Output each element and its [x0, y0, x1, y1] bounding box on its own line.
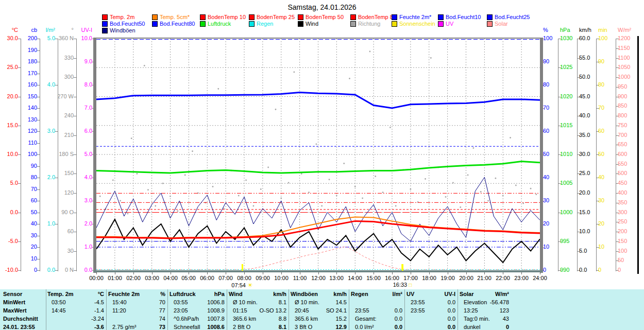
axis-tick-label: -5.0: [0, 238, 18, 244]
table-cell-value: 123: [460, 307, 509, 314]
table-cell-value: -3.6: [47, 324, 104, 330]
weather-day-chart-window: Samstag, 24.01.2026 Temp. 2mTemp. 5cm*Bo…: [0, 0, 644, 330]
axis-tick-label: 20: [543, 221, 567, 227]
axis-tick-label: 70: [543, 105, 567, 111]
legend-swatch-icon: [487, 21, 493, 27]
richtung-point: [395, 205, 397, 207]
richtung-point: [162, 183, 164, 184]
axis-tick-label: 110: [13, 140, 37, 146]
page-title: Samstag, 24.01.2026: [0, 3, 644, 11]
legend-item-windb-en: Windböen: [102, 27, 152, 34]
axis-tick-label: 10: [13, 256, 37, 262]
richtung-point: [99, 196, 101, 197]
table-cell-value: 0.0: [351, 307, 402, 314]
time-axis-tick: [263, 272, 263, 274]
richtung-point: [112, 180, 114, 181]
sunrise-time: 07:54: [231, 282, 246, 288]
table-cell-value: 12.9: [291, 324, 347, 330]
axis-tick-label: 20: [13, 244, 37, 250]
table-header-unit-regen: l/m²: [351, 291, 402, 298]
table-header-unit-solar: W/m²: [460, 291, 509, 298]
axis-tick-label: 6.0: [69, 128, 92, 134]
legend-swatch-icon: [102, 21, 108, 27]
legend-item-bodentemp-80: BodenTemp 80: [350, 14, 392, 21]
time-label: 24:00: [529, 275, 551, 281]
axis-tick-label: 5.0: [0, 180, 18, 186]
axis-tick: [74, 251, 77, 252]
axis-tick: [37, 247, 40, 248]
axis-tick-label: 3.0: [69, 198, 92, 203]
axis-tick-label: 150: [13, 94, 37, 99]
axis-tick: [55, 85, 58, 85]
time-axis-tick: [300, 272, 300, 274]
legend-label: Temp. 5cm*: [160, 14, 190, 20]
table-header-unit-temp-2m: °C: [47, 291, 104, 298]
table-cell-value: 0.0: [406, 324, 455, 330]
legend-label: Richtung: [358, 21, 380, 27]
axis-tick-label: 60: [13, 198, 37, 203]
time-axis-tick: [226, 272, 226, 274]
legend-swatch-icon: [102, 28, 108, 33]
richtung-point: [430, 57, 432, 59]
richtung-point: [212, 186, 214, 187]
table-cell-value: 8.1: [229, 299, 286, 306]
axis-tick-label: 20.0: [579, 190, 603, 196]
legend-item-feuchte-2m-: Feuchte 2m*: [392, 14, 438, 21]
richtung-point: [260, 188, 262, 190]
legend-item-solar: Solar: [487, 21, 508, 27]
table-cell-value: 1008.6: [170, 324, 225, 330]
richtung-point: [267, 167, 269, 168]
axis-tick-label: 90: [13, 163, 37, 169]
table-cell-value: 0.0: [351, 324, 402, 330]
legend-item-bodentemp-10: BodenTemp 10: [200, 14, 249, 21]
axis-line-min: [596, 39, 597, 271]
axis-tick: [74, 213, 77, 213]
richtung-point: [530, 188, 532, 189]
legend-item-uv: UV: [438, 21, 487, 27]
axis-tick-label: 190: [13, 47, 37, 53]
richtung-point: [329, 179, 330, 180]
legend-swatch-icon: [152, 21, 158, 27]
richtung-point: [522, 203, 524, 204]
legend-label: Sonnenschein: [399, 21, 435, 27]
axis-tick-label: 5.0: [69, 151, 92, 157]
richtung-point: [316, 144, 317, 145]
table-row-label: MinWert: [3, 299, 25, 306]
richtung-point: [144, 65, 145, 66]
legend-item-bod-feucht50: Bod.Feucht50: [102, 21, 152, 27]
legend-label: Bod.Feucht80: [160, 21, 195, 27]
legend-label: BodenTemp 10: [208, 14, 246, 20]
richtung-point: [192, 150, 193, 152]
axis-tick-label: 60: [543, 128, 567, 134]
table-header-unit-luftdruck: hPa: [170, 291, 225, 298]
time-axis-tick: [115, 272, 115, 274]
time-axis-tick: [466, 272, 467, 274]
legend-label: Bod.Feucht50: [110, 21, 145, 27]
axis-tick: [18, 183, 21, 184]
table-cell-value: -56.478: [460, 299, 509, 306]
series-wind: [96, 219, 540, 263]
richtung-point: [321, 205, 323, 207]
axis-tick: [37, 74, 40, 74]
axis-tick-label: 4.0: [69, 175, 92, 180]
legend-item-bod-feucht25: Bod.Feucht25: [487, 14, 530, 21]
axis-tick-label: 300: [50, 74, 74, 80]
axis-tick: [55, 131, 58, 132]
richtung-point: [510, 137, 511, 138]
legend-item-temp-2m: Temp. 2m: [102, 14, 152, 21]
richtung-point: [184, 175, 186, 176]
axis-line-km/h: [577, 39, 578, 271]
table-header-unit-uv: UV-I: [406, 291, 455, 298]
axis-tick-label: 80: [543, 82, 567, 88]
plot-border-right: [540, 38, 543, 273]
axis-tick: [18, 241, 21, 242]
richtung-point: [425, 178, 426, 180]
table-cell-value: 14.5: [291, 299, 347, 306]
legend-label: Bod.Feucht25: [495, 14, 530, 20]
axis-tick-label: 15.0: [579, 210, 603, 215]
time-axis-tick: [374, 272, 374, 274]
richtung-point: [382, 192, 384, 193]
axis-tick-label: 40.0: [579, 113, 603, 118]
legend-label: Temp. 2m: [110, 14, 134, 20]
axis-tick-label: 1005: [560, 180, 584, 186]
